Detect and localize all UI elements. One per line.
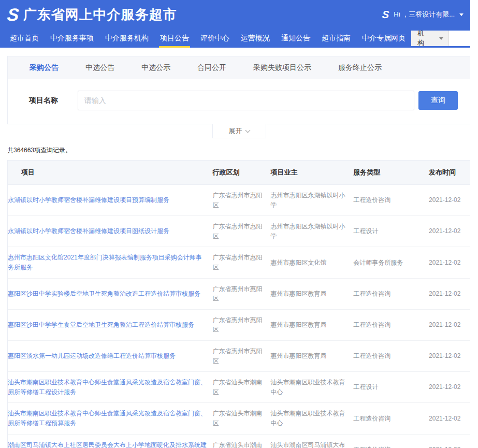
service-type-cell: 工程设计 xyxy=(353,377,429,398)
region-cell: 广东省惠州市惠阳区 xyxy=(213,216,271,247)
project-link[interactable]: 永湖镇以时小学教师宿舍楼补漏维修建设项目图纸设计服务 xyxy=(8,221,213,242)
column-header-region: 行政区划 xyxy=(213,161,271,184)
main-nav: 超市首页 中介服务事项 中介服务机构 项目公告 评价中心 运营概况 通知公告 超… xyxy=(0,29,478,48)
nav-item-guide[interactable]: 超市指南 xyxy=(316,29,356,48)
owner-cell: 惠州市惠阳区永湖镇以时小学 xyxy=(270,216,353,247)
user-greeting: Hi ，三桥设计有限... xyxy=(394,10,455,19)
project-link[interactable]: 潮南区司马浦镇大布上社区居民委员会大布上小学地面硬化及排水系统建设项目预算服务 xyxy=(8,435,213,448)
tab-contract-disclosure[interactable]: 合同公开 xyxy=(197,63,226,73)
nav-search: 机构 xyxy=(411,31,478,46)
expand-label: 展开 xyxy=(229,126,242,136)
column-header-service-type: 服务类型 xyxy=(353,161,429,184)
results-table: 项目 行政区划 项目业主 服务类型 发布时间 永湖镇以时小学教师宿舍楼补漏维修建… xyxy=(7,160,471,448)
column-header-owner: 项目业主 xyxy=(270,161,353,184)
project-name-input[interactable] xyxy=(78,91,414,110)
service-type-cell: 工程造价咨询 xyxy=(353,408,429,429)
publish-date-cell: 2021-12-02 xyxy=(429,283,470,305)
project-link[interactable]: 惠阳区淡水第一幼儿园运动场改造修缮工程造价结算审核服务 xyxy=(8,345,213,367)
project-name-label: 项目名称 xyxy=(29,96,78,105)
service-type-cell: 工程造价咨询 xyxy=(353,283,429,305)
expand-filters-button[interactable]: 展开 xyxy=(212,124,266,138)
table-row: 永湖镇以时小学教师宿舍楼补漏维修建设项目预算编制服务 广东省惠州市惠阳区 惠州市… xyxy=(8,185,470,216)
table-row: 惠州市惠阳区文化馆2021年度部门决算报表编制服务项目采购会计师事务所服务 广东… xyxy=(8,247,470,278)
nav-item-service-items[interactable]: 中介服务事项 xyxy=(45,29,99,48)
owner-cell: 惠州市惠阳区教育局 xyxy=(270,283,353,305)
column-header-project: 项目 xyxy=(8,161,213,184)
tab-selection-publicity[interactable]: 中选公示 xyxy=(141,63,170,73)
tab-failed-projects[interactable]: 采购失败项目公示 xyxy=(253,63,311,73)
publish-date-cell: 2021-12-02 xyxy=(429,221,470,242)
column-header-publish-date: 发布时间 xyxy=(429,161,470,184)
table-row: 汕头市潮南区职业技术教育中心师生食堂通风采光改造及宿舍教室门窗、厕所等修缮工程预… xyxy=(8,403,470,434)
nav-item-evaluation-center[interactable]: 评价中心 xyxy=(195,29,235,48)
scrollbar-track[interactable] xyxy=(470,0,478,448)
table-row: 潮南区司马浦镇大布上社区居民委员会大布上小学地面硬化及排水系统建设项目预算服务 … xyxy=(8,435,470,448)
owner-cell: 惠州市惠阳区教育局 xyxy=(270,314,353,336)
site-logo-icon: S xyxy=(6,6,20,23)
owner-cell: 惠州市惠阳区教育局 xyxy=(270,345,353,367)
tab-service-termination[interactable]: 服务终止公示 xyxy=(338,63,382,73)
search-category-select[interactable]: 机构 xyxy=(411,31,449,46)
publish-date-cell: 2021-12-02 xyxy=(429,377,470,398)
region-cell: 广东省惠州市惠阳区 xyxy=(213,341,271,371)
table-row: 惠阳区沙田中学学生食堂后空地卫生死角整治工程造价结算审核服务 广东省惠州市惠阳区… xyxy=(8,310,470,341)
owner-cell: 汕头市潮南区职业技术教育中心 xyxy=(270,372,353,402)
region-cell: 广东省惠州市惠阳区 xyxy=(213,247,271,278)
nav-item-notices[interactable]: 通知公告 xyxy=(276,29,316,48)
region-cell: 广东省惠州市惠阳区 xyxy=(213,279,271,309)
site-title: 广东省网上中介服务超市 xyxy=(23,6,177,24)
top-header: S 广东省网上中介服务超市 S Hi ，三桥设计有限... xyxy=(0,0,478,29)
publish-date-cell: 2021-12-02 xyxy=(429,190,470,211)
project-link[interactable]: 汕头市潮南区职业技术教育中心师生食堂通风采光改造及宿舍教室门窗、厕所等修缮工程设… xyxy=(8,372,213,402)
nav-item-service-agencies[interactable]: 中介服务机构 xyxy=(99,29,154,48)
region-cell: 广东省汕头市潮南区 xyxy=(213,403,271,433)
table-row: 惠阳区淡水第一幼儿园运动场改造修缮工程造价结算审核服务 广东省惠州市惠阳区 惠州… xyxy=(8,341,470,372)
service-type-cell: 工程造价咨询 xyxy=(353,439,429,448)
project-link[interactable]: 惠阳区沙田中学学生食堂后空地卫生死角整治工程造价结算审核服务 xyxy=(8,314,213,336)
region-cell: 广东省惠州市惠阳区 xyxy=(213,310,271,340)
project-link[interactable]: 永湖镇以时小学教师宿舍楼补漏维修建设项目预算编制服务 xyxy=(8,190,213,211)
table-header: 项目 行政区划 项目业主 服务类型 发布时间 xyxy=(8,161,470,185)
nav-item-operation-overview[interactable]: 运营概况 xyxy=(235,29,276,48)
owner-cell: 汕头市潮南区职业技术教育中心 xyxy=(270,403,353,433)
nav-item-agency-pages[interactable]: 中介专属网页 xyxy=(356,29,411,48)
owner-cell: 汕头市潮南区司马浦镇大布上居民委员会 xyxy=(270,435,353,448)
tab-purchase-announcement[interactable]: 采购公告 xyxy=(30,63,59,73)
chevron-down-icon xyxy=(459,13,463,16)
owner-cell: 惠州市惠阳区永湖镇以时小学 xyxy=(270,185,353,215)
chevron-down-icon xyxy=(245,128,250,133)
nav-item-home[interactable]: 超市首页 xyxy=(4,29,45,48)
publish-date-cell: 2021-12-02 xyxy=(429,408,470,429)
query-button[interactable]: 查询 xyxy=(418,91,458,110)
table-row: 汕头市潮南区职业技术教育中心师生食堂通风采光改造及宿舍教室门窗、厕所等修缮工程设… xyxy=(8,372,470,403)
region-cell: 广东省汕头市潮南区 xyxy=(213,435,271,448)
announcement-tabs: 采购公告 中选公告 中选公示 合同公开 采购失败项目公示 服务终止公示 xyxy=(8,56,470,79)
project-link[interactable]: 惠阳区沙田中学实验楼后空地卫生死角整治改造工程造价结算审核服务 xyxy=(8,283,213,305)
region-cell: 广东省惠州市惠阳区 xyxy=(213,185,271,215)
service-type-cell: 工程造价咨询 xyxy=(353,190,429,211)
owner-cell: 惠州市惠阳区文化馆 xyxy=(270,252,353,273)
publish-date-cell: 2021-12-02 xyxy=(429,252,470,273)
tab-selection-announcement[interactable]: 中选公告 xyxy=(85,63,114,73)
table-row: 惠阳区沙田中学实验楼后空地卫生死角整治改造工程造价结算审核服务 广东省惠州市惠阳… xyxy=(8,279,470,310)
user-org-logo-icon: S xyxy=(382,9,389,20)
page: S 广东省网上中介服务超市 S Hi ，三桥设计有限... 超市首页 中介服务事… xyxy=(0,0,478,448)
service-type-cell: 工程造价咨询 xyxy=(353,345,429,367)
chevron-down-icon xyxy=(439,37,443,40)
user-menu[interactable]: S Hi ，三桥设计有限... xyxy=(382,9,463,20)
nav-item-project-announcements[interactable]: 项目公告 xyxy=(154,29,195,48)
publish-date-cell: 2021-12-02 xyxy=(429,314,470,336)
service-type-cell: 工程造价咨询 xyxy=(353,314,429,336)
publish-date-cell: 2021-12-02 xyxy=(429,345,470,367)
project-link[interactable]: 汕头市潮南区职业技术教育中心师生食堂通风采光改造及宿舍教室门窗、厕所等修缮工程预… xyxy=(8,403,213,433)
service-type-cell: 会计师事务所服务 xyxy=(353,252,429,273)
publish-date-cell: 2021-12-02 xyxy=(429,439,470,448)
project-link[interactable]: 惠州市惠阳区文化馆2021年度部门决算报表编制服务项目采购会计师事务所服务 xyxy=(8,247,213,278)
service-type-cell: 工程设计 xyxy=(353,221,429,242)
search-category-value: 机构 xyxy=(417,29,427,48)
filter-row: 项目名称 查询 xyxy=(8,79,470,124)
filter-card: 采购公告 中选公告 中选公示 合同公开 采购失败项目公示 服务终止公示 项目名称… xyxy=(7,56,471,124)
brand[interactable]: S 广东省网上中介服务超市 xyxy=(7,6,177,24)
table-row: 永湖镇以时小学教师宿舍楼补漏维修建设项目图纸设计服务 广东省惠州市惠阳区 惠州市… xyxy=(8,216,470,247)
region-cell: 广东省汕头市潮南区 xyxy=(213,372,271,402)
